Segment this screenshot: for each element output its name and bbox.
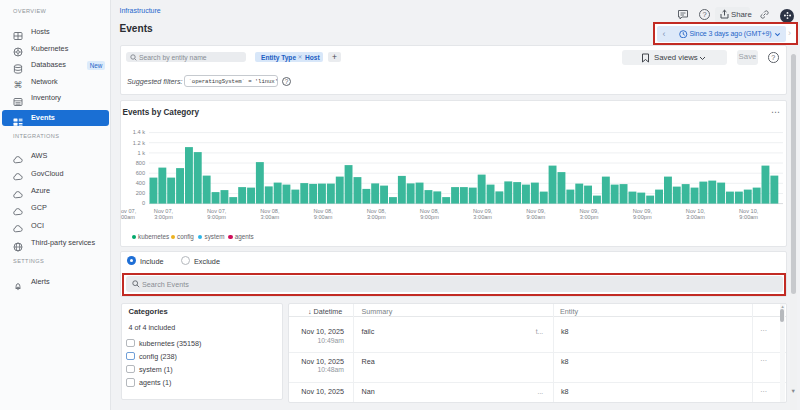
svg-text:200: 200 <box>136 190 145 196</box>
svg-text:800: 800 <box>136 160 145 166</box>
svg-text:9:00am: 9:00am <box>527 214 546 220</box>
svg-text:Nov 09,: Nov 09, <box>579 208 599 214</box>
svg-text:Nov 09,: Nov 09, <box>526 208 546 214</box>
svg-text:0: 0 <box>142 200 145 206</box>
svg-text:Nov 07,: Nov 07, <box>154 208 174 214</box>
svg-text:1.2 k: 1.2 k <box>133 140 145 146</box>
svg-text:00am: 00am <box>121 214 135 220</box>
svg-text:3:00am: 3:00am <box>686 214 705 220</box>
svg-text:Nov 08,: Nov 08, <box>260 208 280 214</box>
svg-text:Nov 08,: Nov 08, <box>313 208 333 214</box>
svg-text:3:00pm: 3:00pm <box>154 214 173 220</box>
svg-text:⌘: ⌘ <box>14 81 23 91</box>
svg-text:3:00am: 3:00am <box>473 214 492 220</box>
svg-text:3:00pm: 3:00pm <box>580 214 599 220</box>
svg-text:Nov 10,: Nov 10, <box>739 208 759 214</box>
svg-text:Nov 10,: Nov 10, <box>686 208 706 214</box>
svg-text:400: 400 <box>136 180 145 186</box>
svg-text:Nov 08,: Nov 08, <box>420 208 440 214</box>
svg-text:9:00pm: 9:00pm <box>420 214 439 220</box>
svg-text:9:00pm: 9:00pm <box>207 214 226 220</box>
svg-text:3:00pm: 3:00pm <box>367 214 386 220</box>
svg-text:1 k: 1 k <box>138 150 146 156</box>
svg-text:Nov 07,: Nov 07, <box>207 208 227 214</box>
svg-text:Nov 09,: Nov 09, <box>633 208 653 214</box>
svg-text:9:00am: 9:00am <box>739 214 758 220</box>
svg-text:600: 600 <box>136 170 145 176</box>
svg-text:ov 07,: ov 07, <box>121 208 137 214</box>
svg-text:1.4 k: 1.4 k <box>133 129 145 135</box>
svg-text:Nov 08,: Nov 08, <box>367 208 387 214</box>
svg-text:Nov 09,: Nov 09, <box>473 208 493 214</box>
svg-text:3:00am: 3:00am <box>261 214 280 220</box>
svg-text:9:00am: 9:00am <box>314 214 333 220</box>
svg-text:9:00pm: 9:00pm <box>633 214 652 220</box>
